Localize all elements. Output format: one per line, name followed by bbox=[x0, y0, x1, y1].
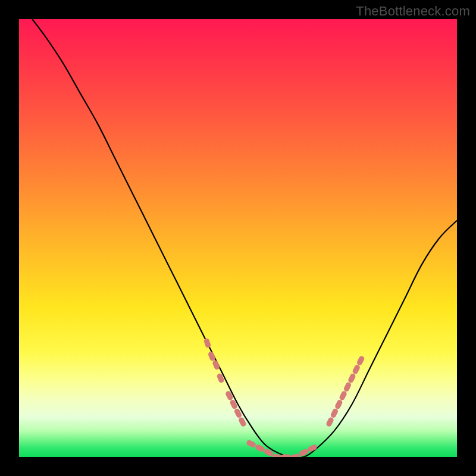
chart-svg bbox=[19, 19, 457, 457]
marker-pill bbox=[290, 453, 300, 457]
marker-pill bbox=[212, 359, 220, 370]
marker-pill bbox=[208, 351, 216, 362]
marker-pill bbox=[246, 439, 256, 448]
marker-cluster-left bbox=[203, 338, 247, 428]
marker-pill bbox=[347, 372, 356, 383]
marker-pill bbox=[203, 338, 212, 349]
marker-pill bbox=[343, 381, 352, 392]
marker-pill bbox=[352, 364, 361, 375]
watermark-text: TheBottleneck.com bbox=[356, 4, 470, 19]
marker-pill bbox=[356, 355, 365, 366]
marker-pill bbox=[225, 390, 234, 401]
marker-pill bbox=[281, 455, 291, 458]
curve-path bbox=[32, 19, 457, 457]
marker-pill bbox=[339, 390, 347, 401]
marker-pill bbox=[229, 399, 238, 410]
marker-pill bbox=[334, 399, 343, 410]
marker-pill bbox=[325, 416, 334, 427]
marker-pill bbox=[330, 408, 339, 418]
marker-pill bbox=[255, 444, 265, 453]
plot-area bbox=[19, 19, 457, 457]
chart-frame: TheBottleneck.com bbox=[0, 0, 476, 476]
